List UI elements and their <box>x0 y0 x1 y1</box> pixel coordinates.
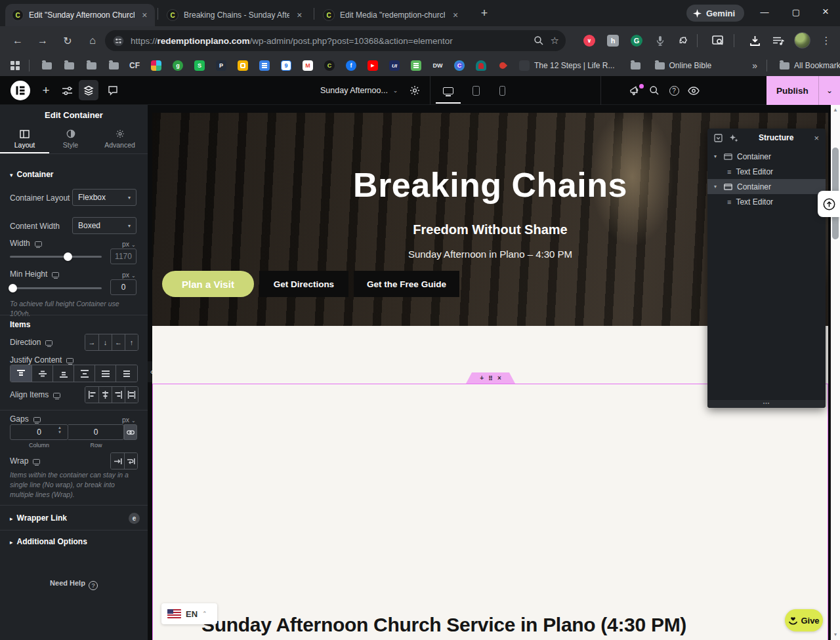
direction-column-reverse-button[interactable]: ↑ <box>125 334 138 350</box>
gap-column-stepper[interactable]: ▲▼ <box>58 426 62 434</box>
mobile-device-icon[interactable] <box>492 83 512 98</box>
pocket-extension-icon[interactable]: ∨ <box>581 33 597 49</box>
apps-grid-icon[interactable] <box>10 61 20 70</box>
bookmark-folder-icon[interactable] <box>87 62 96 70</box>
direction-column-button[interactable]: ↓ <box>98 334 112 350</box>
google-calendar-favicon[interactable]: 9 <box>281 60 291 71</box>
add-element-icon[interactable]: + <box>38 83 54 98</box>
structure-row-container-2[interactable]: ▾ Container <box>707 179 826 194</box>
facebook-favicon[interactable]: f <box>346 60 356 71</box>
width-unit-select[interactable]: px ⌄ <box>122 240 136 248</box>
bookmark-cf[interactable]: CF <box>129 61 140 70</box>
canva-favicon[interactable]: C <box>454 60 465 71</box>
wrap-button[interactable] <box>124 453 137 469</box>
align-start-button[interactable] <box>85 387 98 403</box>
notes-comment-icon[interactable] <box>105 83 121 98</box>
give-button[interactable]: Give <box>785 609 823 631</box>
tablet-device-icon[interactable] <box>466 83 486 98</box>
browser-menu-icon[interactable]: ⋮ <box>818 32 835 49</box>
reload-icon[interactable]: ↻ <box>59 32 76 49</box>
window-close-button[interactable]: × <box>812 0 839 24</box>
bookmark-favicon[interactable] <box>519 60 530 71</box>
window-minimize-button[interactable]: — <box>751 0 778 24</box>
tab-close-icon[interactable]: × <box>140 10 150 20</box>
bookmark-folder-icon[interactable] <box>631 62 640 70</box>
justify-end-button[interactable] <box>52 365 74 382</box>
language-selector[interactable]: EN ⌃ <box>161 603 217 624</box>
responsive-monitor-icon[interactable] <box>33 417 41 422</box>
bookmark-twelve-steps[interactable]: The 12 Steps | Life R... <box>534 61 615 70</box>
slack-favicon[interactable] <box>151 60 161 71</box>
responsive-monitor-icon[interactable] <box>52 272 59 277</box>
additional-options-section[interactable]: ▸Additional Options <box>10 537 87 546</box>
bookmark-online-bible[interactable]: Online Bible <box>669 61 712 70</box>
playlist-icon[interactable] <box>770 33 786 49</box>
responsive-monitor-icon[interactable] <box>53 393 60 398</box>
align-end-button[interactable] <box>112 387 125 403</box>
church-favicon[interactable]: C <box>324 60 335 71</box>
extensions-puzzle-icon[interactable] <box>676 33 692 49</box>
profile-avatar[interactable] <box>794 32 810 49</box>
collapse-all-icon[interactable] <box>714 134 723 142</box>
responsive-monitor-icon[interactable] <box>33 459 40 464</box>
scroll-down-arrow[interactable]: ▾ <box>831 631 840 637</box>
width-slider[interactable] <box>10 256 102 258</box>
screen-search-icon[interactable] <box>710 33 726 49</box>
justify-start-button[interactable] <box>10 365 32 382</box>
justify-space-between-button[interactable] <box>74 365 94 382</box>
forward-icon[interactable]: → <box>34 32 51 49</box>
gap-row-input[interactable]: 0 <box>68 424 124 440</box>
search-icon[interactable] <box>534 35 544 46</box>
ai-sparkle-icon[interactable] <box>729 134 738 142</box>
width-slider-handle[interactable] <box>64 252 72 261</box>
wrapper-link-section[interactable]: ▸Wrapper Link <box>10 513 67 523</box>
document-settings-gear-icon[interactable] <box>407 83 423 98</box>
grammarly-extension-icon[interactable]: G <box>629 33 644 49</box>
browser-tab-1[interactable]: C Edit "Sunday Afternoon Church × <box>5 4 155 26</box>
section-container-header[interactable]: ▾Container <box>10 170 54 179</box>
delete-container-icon[interactable]: × <box>497 374 501 382</box>
all-bookmarks-label[interactable]: All Bookmarks <box>794 61 840 70</box>
responsive-monitor-icon[interactable] <box>35 241 42 247</box>
min-height-slider-handle[interactable] <box>9 284 17 292</box>
structure-row-text-editor-2[interactable]: ≡ Text Editor <box>707 194 826 209</box>
help-icon[interactable]: ? <box>666 83 682 98</box>
responsive-monitor-icon[interactable] <box>66 358 74 363</box>
finder-search-icon[interactable] <box>646 83 662 98</box>
bookmark-star-icon[interactable]: ☆ <box>551 35 559 47</box>
bookmark-folder-icon[interactable] <box>109 62 119 70</box>
justify-center-button[interactable] <box>32 365 52 382</box>
align-stretch-button[interactable] <box>125 387 138 403</box>
browser-tab-2[interactable]: C Breaking Chains - Sunday After × <box>160 4 310 26</box>
bookmarks-overflow-chevron[interactable]: » <box>752 60 757 71</box>
document-switcher[interactable]: Sunday Afternoo... ⌄ <box>320 76 398 105</box>
get-free-guide-button[interactable]: Get the Free Guide <box>354 271 459 297</box>
bookmark-folder-icon[interactable] <box>42 62 52 70</box>
tab-close-icon[interactable]: × <box>295 10 304 20</box>
bookmark-favicon[interactable]: UI <box>389 60 400 71</box>
tab-close-icon[interactable]: × <box>450 10 461 20</box>
min-height-unit-select[interactable]: px ⌄ <box>122 271 136 279</box>
elementor-logo[interactable] <box>10 81 30 100</box>
add-container-icon[interactable]: + <box>480 374 484 382</box>
window-restore-button[interactable]: ▢ <box>783 0 809 24</box>
new-tab-button[interactable]: + <box>476 6 492 22</box>
site-info-icon[interactable] <box>113 35 124 47</box>
align-center-button[interactable] <box>98 387 112 403</box>
bookmark-favicon[interactable] <box>476 60 486 71</box>
tab-layout[interactable]: Layout <box>0 125 49 153</box>
tab-advanced[interactable]: Advanced <box>95 125 144 153</box>
bookmark-favicon[interactable]: S <box>194 60 205 71</box>
bookmark-favicon[interactable] <box>497 60 508 71</box>
structure-row-container-1[interactable]: ▾ Container <box>707 149 826 164</box>
gap-link-button[interactable] <box>124 424 137 440</box>
google-docs-favicon[interactable] <box>259 60 270 71</box>
publish-options-chevron[interactable]: ⌄ <box>819 86 840 95</box>
nowrap-button[interactable] <box>111 453 124 469</box>
responsive-monitor-icon[interactable] <box>45 340 52 346</box>
structure-layers-button[interactable] <box>79 80 98 100</box>
content-width-select[interactable]: Boxed▾ <box>72 217 136 234</box>
gemini-button[interactable]: Gemini <box>686 5 744 22</box>
plan-a-visit-button[interactable]: Plan a Visit <box>162 271 254 297</box>
back-icon[interactable]: ← <box>9 32 26 49</box>
